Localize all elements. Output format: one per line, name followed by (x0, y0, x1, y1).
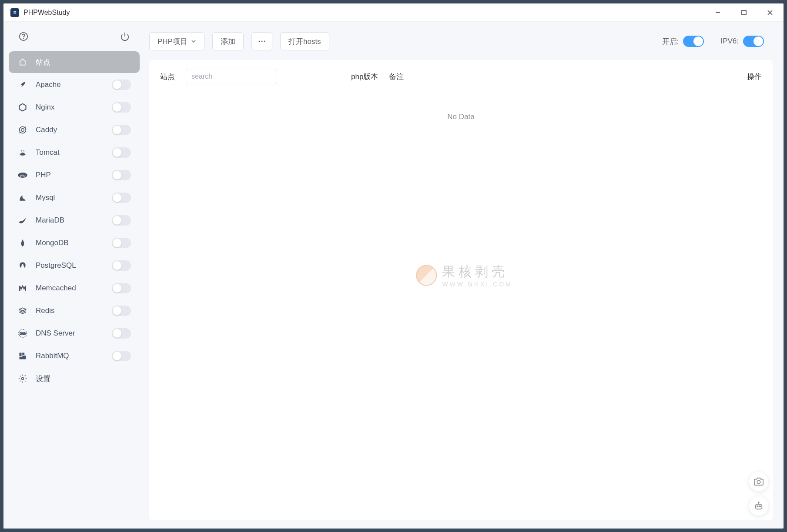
minimize-button[interactable] (711, 6, 724, 19)
memcached-icon (17, 283, 28, 293)
ipv6-switch-group: IPV6: (720, 36, 764, 47)
svg-point-21 (757, 480, 760, 483)
maximize-button[interactable] (737, 6, 750, 19)
power-button[interactable] (119, 30, 131, 43)
nginx-icon (17, 102, 28, 113)
service-toggle[interactable] (112, 170, 131, 180)
sidebar-item-memcached[interactable]: Memcached (9, 277, 140, 299)
svg-rect-16 (22, 356, 26, 357)
service-toggle[interactable] (112, 80, 131, 90)
add-label: 添加 (221, 37, 235, 47)
svg-text:php: php (20, 174, 26, 177)
svg-point-26 (758, 502, 759, 503)
svg-rect-1 (742, 10, 746, 15)
sidebar-item-mongodb[interactable]: MongoDB (9, 232, 140, 254)
sidebar-item-apache[interactable]: Apache (9, 74, 140, 96)
sidebar-item-mariadb[interactable]: MariaDB (9, 209, 140, 231)
toolbar: PHP项目 添加 打开hosts 开启: IPV6: (149, 30, 773, 52)
dots-icon (258, 40, 266, 42)
enable-switch-group: 开启: (662, 36, 704, 47)
redis-icon (17, 306, 28, 316)
robot-icon (754, 501, 764, 511)
close-button[interactable] (764, 6, 777, 19)
ipv6-label: IPV6: (720, 37, 739, 46)
svg-point-17 (22, 378, 24, 380)
table-header: 站点 php版本 备注 操作 (160, 69, 762, 84)
mongodb-icon (17, 238, 28, 248)
service-toggle[interactable] (112, 260, 131, 271)
svg-point-5 (23, 38, 24, 39)
sidebar-item-label: Caddy (36, 126, 112, 134)
svg-rect-22 (756, 504, 762, 509)
sidebar-item-postgresql[interactable]: PostgreSQL (9, 255, 140, 276)
sidebar-item-nginx[interactable]: Nginx (9, 96, 140, 118)
enable-label: 开启: (662, 37, 679, 47)
add-button[interactable]: 添加 (212, 32, 244, 50)
rabbitmq-icon (17, 351, 28, 361)
service-toggle[interactable] (112, 306, 131, 316)
content-panel: 站点 php版本 备注 操作 No Data 果核剥壳 WWW.GHXI.COM (149, 60, 773, 520)
operations-column-header: 操作 (747, 72, 762, 82)
sidebar-top (9, 30, 140, 51)
window-controls (711, 6, 777, 19)
service-toggle[interactable] (112, 215, 131, 226)
service-toggle[interactable] (112, 147, 131, 158)
sidebar-item-label: DNS Server (36, 329, 112, 338)
sidebar-item-label: Tomcat (36, 148, 112, 157)
ipv6-switch[interactable] (743, 36, 764, 47)
service-toggle[interactable] (112, 328, 131, 339)
camera-icon (754, 477, 764, 486)
svg-point-20 (264, 41, 265, 42)
service-toggle[interactable] (112, 238, 131, 248)
sidebar-item-label: PHP (36, 171, 112, 180)
project-type-dropdown[interactable]: PHP项目 (149, 32, 204, 50)
sidebar-item-label: Apache (36, 80, 112, 89)
svg-point-23 (757, 506, 758, 507)
window-title: PHPWebStudy (23, 9, 711, 17)
sidebar-item-php[interactable]: php PHP (9, 164, 140, 186)
open-hosts-button[interactable]: 打开hosts (280, 32, 329, 50)
sidebar-item-设置[interactable]: 设置 (9, 368, 140, 389)
svg-rect-14 (22, 353, 24, 355)
screenshot-button[interactable] (749, 472, 768, 491)
main-content: PHP项目 添加 打开hosts 开启: IPV6: (145, 22, 784, 529)
sidebar-item-label: 站点 (36, 57, 131, 67)
search-input[interactable] (186, 69, 277, 84)
chevron-down-icon (191, 39, 196, 44)
sidebar-item-label: 设置 (36, 374, 131, 384)
mariadb-icon (17, 215, 28, 226)
service-toggle[interactable] (112, 283, 131, 293)
mysql-icon (17, 193, 28, 203)
sidebar-item-rabbitmq[interactable]: RabbitMQ (9, 345, 140, 367)
sidebar-item-label: Redis (36, 306, 112, 315)
sidebar-item-caddy[interactable]: Caddy (9, 119, 140, 141)
sidebar-item-tomcat[interactable]: Tomcat (9, 142, 140, 163)
sidebar: 站点 Apache Nginx Caddy Tomcat php PHP Mys… (3, 22, 145, 529)
app-icon: ≡ (10, 8, 19, 17)
sidebar-item-站点[interactable]: 站点 (9, 51, 140, 73)
feather-icon (17, 80, 28, 90)
sidebar-item-redis[interactable]: Redis (9, 300, 140, 322)
service-toggle[interactable] (112, 102, 131, 113)
dropdown-label: PHP项目 (157, 37, 188, 47)
service-toggle[interactable] (112, 351, 131, 361)
sidebar-item-dns-server[interactable]: DNS DNS Server (9, 323, 140, 344)
postgresql-icon (17, 260, 28, 271)
sidebar-item-mysql[interactable]: Mysql (9, 187, 140, 209)
open-hosts-label: 打开hosts (288, 37, 321, 47)
robot-button[interactable] (749, 496, 768, 515)
sidebar-item-label: Nginx (36, 103, 112, 112)
service-toggle[interactable] (112, 125, 131, 135)
remark-column-header: 备注 (389, 72, 404, 82)
help-button[interactable] (17, 30, 30, 43)
enable-switch[interactable] (683, 36, 704, 47)
svg-point-19 (261, 41, 262, 42)
more-button[interactable] (251, 32, 272, 50)
home-icon (17, 57, 28, 67)
no-data-text: No Data (447, 113, 474, 121)
svg-rect-13 (20, 353, 22, 356)
svg-point-24 (759, 506, 760, 507)
sidebar-item-label: RabbitMQ (36, 352, 112, 360)
service-toggle[interactable] (112, 193, 131, 203)
caddy-icon (17, 125, 28, 135)
